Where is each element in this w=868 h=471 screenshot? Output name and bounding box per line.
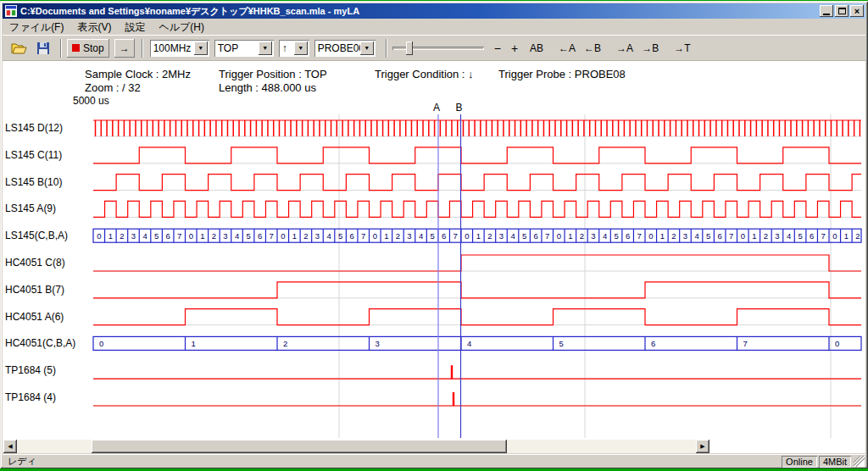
length-info: Length : 488.000 us <box>219 81 316 94</box>
toolbar-separator <box>142 39 143 58</box>
channel-label: LS145 A(9) <box>5 202 56 214</box>
sample-clock-select[interactable]: 100MHz ▼ <box>150 40 209 57</box>
scrollbar-track[interactable] <box>17 440 696 453</box>
chevron-down-icon[interactable]: ▼ <box>360 42 374 55</box>
channel-label: HC4051 C(8) <box>5 257 65 269</box>
status-ready-text: レディ <box>3 455 780 468</box>
app-window: C:¥Documents and Settings¥noname¥デスクトップ¥… <box>0 1 868 468</box>
maximize-icon <box>838 8 846 14</box>
menu-help[interactable]: ヘルプ(H) <box>152 19 211 36</box>
trigger-position-info: Trigger Position : TOP <box>219 68 327 80</box>
stop-label: Stop <box>83 42 104 54</box>
set-cursor-a-button[interactable]: →A <box>613 40 637 57</box>
goto-cursor-b-button[interactable]: ←B <box>581 40 604 57</box>
open-folder-icon <box>11 42 28 55</box>
menu-settings[interactable]: 設定 <box>118 19 152 36</box>
trigger-condition-info: Trigger Condition : ↓ <box>375 68 474 80</box>
trigger-position-select[interactable]: TOP ▼ <box>214 40 274 57</box>
open-button[interactable] <box>8 40 31 57</box>
channel-label: TP1684 (4) <box>5 391 56 403</box>
window-title: C:¥Documents and Settings¥noname¥デスクトップ¥… <box>20 5 818 18</box>
save-button[interactable] <box>33 40 53 57</box>
zoom-slider-thumb[interactable] <box>406 42 413 55</box>
status-memory-badge: 4MBit <box>819 456 851 468</box>
scroll-right-button[interactable]: ▶ <box>696 440 709 453</box>
zoom-in-button[interactable]: + <box>508 40 521 57</box>
menubar: ファイル(F) 表示(V) 設定 ヘルプ(H) <box>3 19 865 35</box>
statusbar: レディ Online 4MBit <box>3 454 865 468</box>
titlebar: C:¥Documents and Settings¥noname¥デスクトップ¥… <box>3 3 865 19</box>
stop-button[interactable]: Stop <box>67 39 109 58</box>
app-icon <box>5 5 17 17</box>
stop-icon <box>72 44 80 52</box>
probe-value: PROBE00 <box>314 42 360 54</box>
goto-trigger-button[interactable]: →T <box>670 40 693 57</box>
toolbar-separator <box>386 39 387 58</box>
channel-label: HC4051(C,B,A) <box>5 337 75 349</box>
channel-label: LS145 B(10) <box>5 176 62 188</box>
channel-label: LS145(C,B,A) <box>5 230 68 241</box>
cursor-a-label: A <box>433 102 440 114</box>
channel-label: HC4051 A(6) <box>5 311 64 323</box>
zoom-info: Zoom : / 32 <box>85 81 141 94</box>
channel-label: HC4051 B(7) <box>5 284 64 296</box>
goto-cursor-a-button[interactable]: ←A <box>555 40 579 57</box>
channel-label: TP1684 (5) <box>5 364 56 376</box>
zoom-out-button[interactable]: − <box>491 40 504 57</box>
status-online-badge: Online <box>782 456 817 468</box>
minimize-icon <box>823 14 830 15</box>
trigger-edge-value: ↑ <box>279 42 294 54</box>
chevron-down-icon[interactable]: ▼ <box>259 42 272 55</box>
sample-clock-value: 100MHz <box>150 42 194 54</box>
chevron-down-icon[interactable]: ▼ <box>294 42 308 55</box>
channel-label: LS145 D(12) <box>5 122 63 134</box>
zoom-slider[interactable] <box>392 40 484 57</box>
menu-view[interactable]: 表示(V) <box>70 19 118 36</box>
horizontal-scrollbar[interactable]: ◀ ▶ <box>3 440 709 453</box>
channel-label: LS145 C(11) <box>5 149 62 161</box>
menu-file[interactable]: ファイル(F) <box>3 19 70 36</box>
run-button[interactable]: → <box>114 39 135 58</box>
trigger-edge-select[interactable]: ↑ ▼ <box>279 40 309 57</box>
set-cursor-b-button[interactable]: →B <box>638 40 662 57</box>
resize-grip-icon[interactable] <box>854 456 865 467</box>
main-content <box>3 61 865 453</box>
trigger-probe-info: Trigger Probe : PROBE08 <box>498 68 626 80</box>
maximize-button[interactable] <box>835 5 849 17</box>
chevron-down-icon[interactable]: ▼ <box>194 42 208 55</box>
scrollbar-thumb[interactable] <box>92 440 507 453</box>
sample-clock-info: Sample Clock : 2MHz <box>85 68 191 80</box>
time-division-label: 5000 us <box>73 95 109 107</box>
close-button[interactable]: × <box>850 5 864 17</box>
minimize-button[interactable] <box>820 5 833 17</box>
save-floppy-icon <box>36 42 50 55</box>
probe-select[interactable]: PROBE00 ▼ <box>314 40 376 57</box>
toolbar-separator <box>60 39 62 58</box>
ab-range-button[interactable]: AB <box>526 40 547 57</box>
trigger-position-value: TOP <box>214 42 259 54</box>
toolbar: Stop → 100MHz ▼ TOP ▼ ↑ ▼ PROBE00 ▼ − + … <box>3 35 865 61</box>
cursor-b-label: B <box>456 102 463 114</box>
scroll-left-button[interactable]: ◀ <box>3 440 17 453</box>
